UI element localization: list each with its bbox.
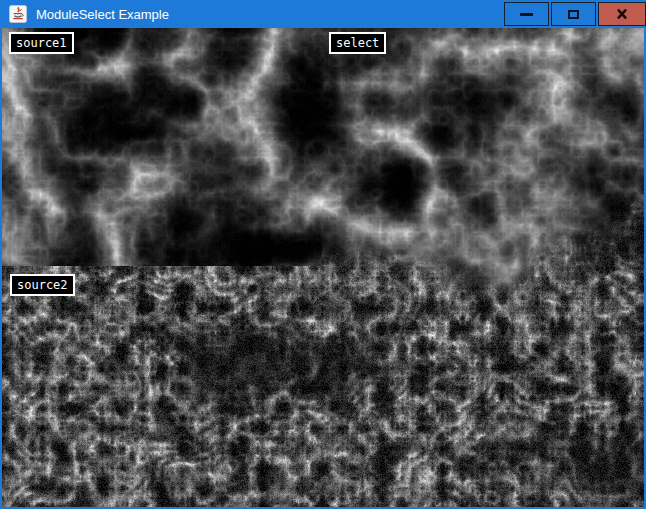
noise-render-area: source1 select source2 <box>2 28 644 507</box>
select-label: select <box>329 32 386 54</box>
source2-label: source2 <box>10 274 75 296</box>
titlebar[interactable]: ModuleSelect Example <box>0 0 646 28</box>
source1-noise-canvas <box>2 28 322 266</box>
close-icon <box>616 8 628 20</box>
select-noise-canvas <box>322 28 644 507</box>
java-coffee-cup-icon[interactable] <box>9 5 27 23</box>
maximize-button[interactable] <box>551 2 596 26</box>
window-controls <box>502 2 646 26</box>
window: ModuleSelect Example source1 select sour… <box>0 0 646 509</box>
source2-noise-canvas <box>2 266 322 507</box>
close-button[interactable] <box>598 2 646 26</box>
minimize-icon <box>520 13 533 16</box>
minimize-button[interactable] <box>504 2 549 26</box>
maximize-icon <box>568 10 579 19</box>
source1-label: source1 <box>9 32 74 54</box>
